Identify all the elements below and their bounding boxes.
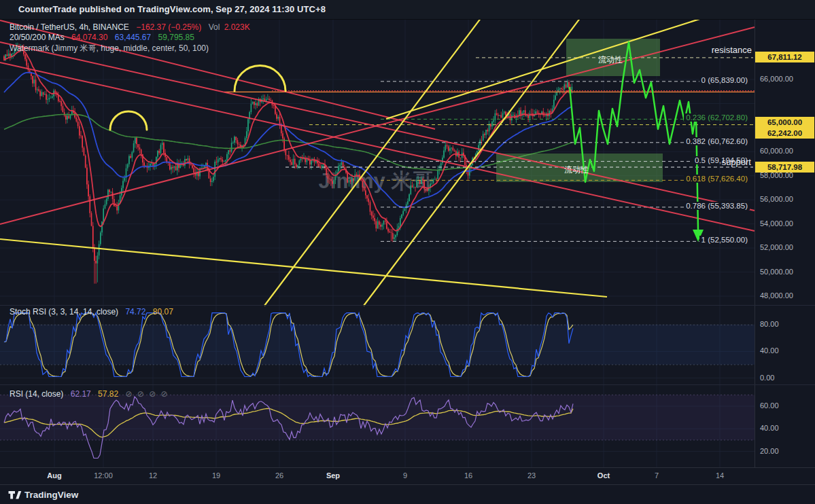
fib-level-label: 0.236 (62,702.80) <box>684 113 750 122</box>
stoch-d-value: 80.07 <box>153 307 173 317</box>
time-tick-label: 16 <box>453 471 483 480</box>
publish-bar: CounterTrade published on TradingView.co… <box>0 0 815 20</box>
price-tick-label: 48,000.00 <box>760 291 793 300</box>
symbol-legend: Bitcoin / TetherUS, 4h, BINANCE −162.37 … <box>10 22 255 32</box>
time-tick-label: 19 <box>201 471 231 480</box>
price-level-label: 65,000.00 <box>755 117 814 128</box>
time-tick-label: 9 <box>390 471 420 480</box>
stoch-tick-label: 80.00 <box>760 320 779 328</box>
time-tick-label: Oct <box>589 471 619 480</box>
fib-level-label: 0.618 (57,626.40) <box>684 175 750 183</box>
price-tick-label: 50,000.00 <box>760 268 793 276</box>
stoch-tick-label: 0.00 <box>760 374 774 382</box>
rsi-value: 62.17 <box>71 389 91 399</box>
rsi-ma-value: 57.82 <box>98 389 118 399</box>
tradingview-brand[interactable]: TradingView <box>24 490 78 500</box>
fib-level-label: 0.786 (55,393.85) <box>684 202 750 210</box>
watermark-legend-text: Watermark (Jimmy 米哥, huge, middle, cente… <box>10 43 209 53</box>
liquidity-zone-label-top: 流动性 <box>598 54 623 66</box>
pane-separator[interactable] <box>0 305 815 306</box>
resistance-label: resistance <box>712 45 752 55</box>
pane-separator[interactable] <box>0 384 815 385</box>
time-tick-label: 12:00 <box>88 471 118 480</box>
rsi-tick-label: 60.00 <box>760 401 779 410</box>
stoch-rsi-title[interactable]: Stoch RSI (3, 3, 14, 14, close) <box>10 307 118 317</box>
price-tick-label: 58,000.00 <box>760 171 793 179</box>
price-tick-label: 60,000.00 <box>760 147 793 155</box>
ma200-value: 59,795.85 <box>158 33 194 42</box>
chart-canvas[interactable] <box>0 19 815 484</box>
time-tick-label: 14 <box>705 471 735 480</box>
time-tick-label: Aug <box>39 471 69 480</box>
rsi-disabled-markers-icon[interactable]: ⊘ ⊘ ⊘ ⊘ <box>125 389 169 399</box>
price-tick-label: 54,000.00 <box>760 219 793 228</box>
price-level-label: 58,717.98 <box>755 162 814 173</box>
time-tick-label: 26 <box>264 471 294 480</box>
stoch-rsi-legend: Stoch RSI (3, 3, 14, 14, close) 74.72 80… <box>10 307 178 317</box>
tradingview-snapshot: CounterTrade published on TradingView.co… <box>0 0 815 504</box>
rsi-title[interactable]: RSI (14, close) <box>10 389 63 399</box>
liquidity-zone-label-mid: 流动性 <box>564 164 589 176</box>
time-tick-label: 23 <box>517 471 547 480</box>
price-tick-label: 56,000.00 <box>760 195 793 203</box>
time-tick-label: 12 <box>138 471 168 480</box>
tradingview-logo-icon[interactable] <box>8 490 22 501</box>
ma20-value: 64,074.30 <box>71 33 107 42</box>
rsi-legend: RSI (14, close) 62.17 57.82 ⊘ ⊘ ⊘ ⊘ <box>10 389 174 399</box>
volume-value: 2.023K <box>224 22 250 32</box>
volume-label: Vol <box>209 22 220 32</box>
publish-text: CounterTrade published on TradingView.co… <box>18 4 326 14</box>
price-level-label: 67,811.12 <box>755 52 814 62</box>
ma-legend: 20/50/200 MAs 64,074.30 63,445.67 59,795… <box>10 33 199 42</box>
symbol-title[interactable]: Bitcoin / TetherUS, 4h, BINANCE <box>10 22 129 32</box>
stoch-tick-label: 40.00 <box>760 346 779 355</box>
stoch-k-value: 74.72 <box>125 307 145 317</box>
fib-level-label: 0 (65,839.00) <box>699 76 750 84</box>
price-change: −162.37 (−0.25%) <box>136 22 201 32</box>
chart-area[interactable]: Jimmy 米哥 Bitcoin / TetherUS, 4h, BINANCE… <box>0 19 815 484</box>
rsi-tick-label: 40.00 <box>760 424 779 432</box>
rsi-tick-label: 20.00 <box>760 447 779 455</box>
watermark-legend[interactable]: Watermark (Jimmy 米哥, huge, middle, cente… <box>10 43 213 54</box>
time-tick-label: Sep <box>318 471 348 480</box>
ma50-value: 63,445.67 <box>115 33 151 42</box>
fib-level-label: 1 (52,550.00) <box>699 236 750 244</box>
ma-legend-title[interactable]: 20/50/200 MAs <box>10 33 65 42</box>
price-tick-label: 52,000.00 <box>760 243 793 251</box>
footer-bar: TradingView <box>0 484 815 504</box>
time-axis[interactable]: Aug12:00121926Sep91623Oct714 <box>0 467 815 485</box>
support-label: support <box>722 157 751 167</box>
fib-level-label: 0.382 (60,762.60) <box>684 137 750 145</box>
price-level-label: 62,242.00 <box>755 128 814 139</box>
time-tick-label: 7 <box>642 471 672 480</box>
price-tick-label: 66,000.00 <box>760 75 793 83</box>
